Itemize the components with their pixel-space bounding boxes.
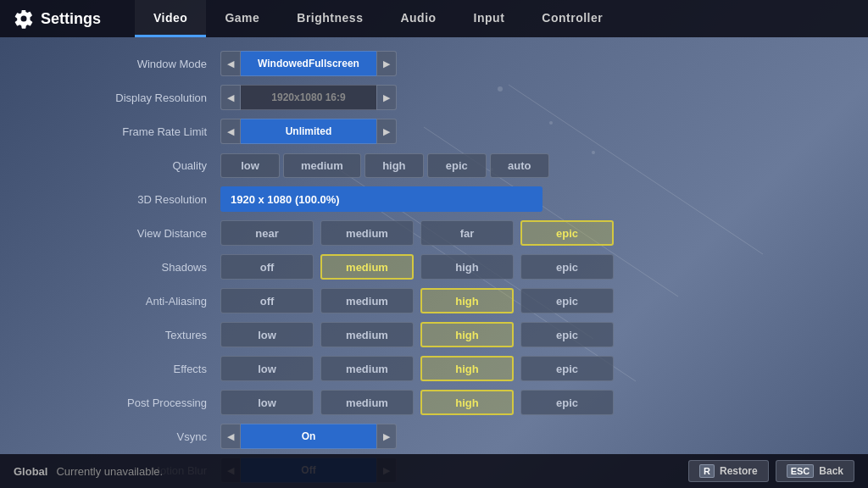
shadows-epic[interactable]: epic — [520, 254, 614, 280]
frame-rate-selector: ◀ Unlimited ▶ — [220, 119, 397, 144]
view-distance-btn-group: near medium far epic — [220, 220, 617, 246]
quality-low[interactable]: low — [220, 153, 280, 178]
quality-medium[interactable]: medium — [283, 153, 361, 178]
tab-controller[interactable]: Controller — [523, 0, 621, 37]
footer-status-text: Currently unavailable. — [56, 465, 163, 478]
footer-status: Global Currently unavailable. — [14, 465, 163, 478]
restore-label: Restore — [720, 465, 758, 477]
post-processing-btn-group: low medium high epic — [220, 390, 617, 415]
textures-epic[interactable]: epic — [520, 322, 614, 347]
frame-rate-value: Unlimited — [241, 119, 376, 144]
tab-brightness[interactable]: Brightness — [278, 0, 381, 37]
anti-aliasing-medium[interactable]: medium — [320, 288, 414, 313]
view-distance-far[interactable]: far — [420, 220, 514, 246]
3d-resolution-row: 3D Resolution 1920 x 1080 (100.0%) — [51, 185, 817, 214]
post-processing-medium[interactable]: medium — [320, 390, 414, 415]
anti-aliasing-high[interactable]: high — [420, 288, 514, 313]
vsync-row: Vsync ◀ On ▶ — [51, 422, 817, 451]
shadows-high[interactable]: high — [420, 254, 514, 280]
footer-buttons: R Restore ESC Back — [688, 460, 854, 482]
frame-rate-label: Frame Rate Limit — [51, 125, 220, 138]
display-resolution-next[interactable]: ▶ — [376, 85, 397, 110]
tab-video[interactable]: Video — [135, 0, 206, 37]
quality-epic[interactable]: epic — [427, 153, 487, 178]
anti-aliasing-epic[interactable]: epic — [520, 288, 614, 313]
post-processing-low[interactable]: low — [220, 390, 314, 415]
shadows-medium[interactable]: medium — [320, 254, 414, 280]
restore-button[interactable]: R Restore — [688, 460, 769, 482]
textures-high[interactable]: high — [420, 322, 514, 347]
textures-row: Textures low medium high epic — [51, 320, 817, 349]
view-distance-label: View Distance — [51, 227, 220, 240]
restore-key: R — [699, 464, 715, 478]
vsync-value: On — [241, 424, 376, 449]
nav-tabs: Video Game Brightness Audio Input Contro… — [135, 0, 621, 37]
window-mode-label: Window Mode — [51, 58, 220, 70]
tab-input[interactable]: Input — [455, 0, 524, 37]
anti-aliasing-btn-group: off medium high epic — [220, 288, 617, 313]
anti-aliasing-label: Anti-Aliasing — [51, 295, 220, 308]
quality-label: Quality — [51, 159, 220, 172]
tab-game[interactable]: Game — [206, 0, 278, 37]
effects-row: Effects low medium high epic — [51, 354, 817, 383]
post-processing-row: Post Processing low medium high epic — [51, 388, 817, 417]
textures-btn-group: low medium high epic — [220, 322, 617, 347]
post-processing-epic[interactable]: epic — [520, 390, 614, 415]
gear-icon — [14, 8, 34, 29]
effects-epic[interactable]: epic — [520, 356, 614, 381]
window-mode-row: Window Mode ◀ WindowedFullscreen ▶ — [51, 49, 817, 78]
3d-resolution-bar[interactable]: 1920 x 1080 (100.0%) — [220, 186, 542, 212]
app-title: Settings — [41, 10, 101, 28]
window-mode-selector: ◀ WindowedFullscreen ▶ — [220, 51, 397, 76]
frame-rate-row: Frame Rate Limit ◀ Unlimited ▶ — [51, 117, 817, 146]
vsync-prev[interactable]: ◀ — [220, 424, 241, 449]
footer: Global Currently unavailable. R Restore … — [0, 454, 868, 488]
shadows-label: Shadows — [51, 261, 220, 274]
shadows-off[interactable]: off — [220, 254, 314, 280]
textures-low[interactable]: low — [220, 322, 314, 347]
view-distance-medium[interactable]: medium — [320, 220, 414, 246]
effects-medium[interactable]: medium — [320, 356, 414, 381]
view-distance-row: View Distance near medium far epic — [51, 219, 817, 247]
back-label: Back — [819, 465, 843, 477]
shadows-row: Shadows off medium high epic — [51, 252, 817, 281]
window-mode-next[interactable]: ▶ — [376, 51, 397, 76]
window-mode-value: WindowedFullscreen — [241, 51, 376, 76]
display-resolution-prev[interactable]: ◀ — [220, 85, 241, 110]
display-resolution-label: Display Resolution — [51, 92, 220, 104]
tab-audio[interactable]: Audio — [381, 0, 454, 37]
effects-high[interactable]: high — [420, 356, 514, 381]
view-distance-epic[interactable]: epic — [520, 220, 614, 246]
textures-medium[interactable]: medium — [320, 322, 414, 347]
post-processing-label: Post Processing — [51, 396, 220, 409]
vsync-label: Vsync — [51, 430, 220, 443]
footer-global-label: Global — [14, 465, 47, 478]
vsync-next[interactable]: ▶ — [376, 424, 397, 449]
vsync-selector: ◀ On ▶ — [220, 424, 397, 449]
back-button[interactable]: ESC Back — [776, 460, 854, 482]
effects-btn-group: low medium high epic — [220, 356, 617, 381]
window-mode-prev[interactable]: ◀ — [220, 51, 241, 76]
header: Settings Video Game Brightness Audio Inp… — [0, 0, 868, 37]
settings-content: Window Mode ◀ WindowedFullscreen ▶ Displ… — [0, 37, 868, 488]
back-key: ESC — [787, 464, 815, 478]
frame-rate-next[interactable]: ▶ — [376, 119, 397, 144]
app-logo: Settings — [14, 8, 101, 29]
display-resolution-selector: ◀ 1920x1080 16:9 ▶ — [220, 85, 397, 110]
display-resolution-row: Display Resolution ◀ 1920x1080 16:9 ▶ — [51, 83, 817, 112]
view-distance-near[interactable]: near — [220, 220, 314, 246]
frame-rate-prev[interactable]: ◀ — [220, 119, 241, 144]
anti-aliasing-off[interactable]: off — [220, 288, 314, 313]
quality-high[interactable]: high — [364, 153, 424, 178]
effects-label: Effects — [51, 363, 220, 375]
shadows-btn-group: off medium high epic — [220, 254, 617, 280]
effects-low[interactable]: low — [220, 356, 314, 381]
3d-resolution-label: 3D Resolution — [51, 193, 220, 206]
display-resolution-value: 1920x1080 16:9 — [241, 85, 376, 110]
post-processing-high[interactable]: high — [420, 390, 514, 415]
quality-row: Quality low medium high epic auto — [51, 151, 817, 180]
quality-auto[interactable]: auto — [490, 153, 549, 178]
quality-btn-group: low medium high epic auto — [220, 153, 549, 178]
anti-aliasing-row: Anti-Aliasing off medium high epic — [51, 286, 817, 315]
textures-label: Textures — [51, 329, 220, 341]
